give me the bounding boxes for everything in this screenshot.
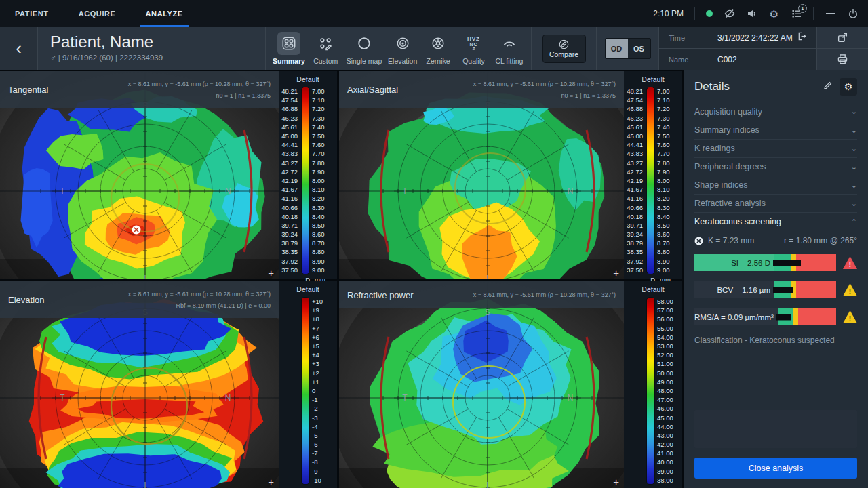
time-label: Time <box>669 34 717 42</box>
zernike-wheel-icon <box>427 32 450 55</box>
details-section-row[interactable]: Summary indices ⌄ <box>694 121 857 139</box>
panel-title: Tangential <box>8 85 48 95</box>
tool-zernike[interactable]: Zernike <box>423 32 453 65</box>
svg-text:I: I <box>486 481 488 488</box>
color-gradient-bar <box>646 87 655 274</box>
clock: 2:10 PM <box>653 9 684 18</box>
details-settings-icon[interactable]: ⚙ <box>840 78 857 96</box>
elevation-rings-icon <box>391 32 414 55</box>
chevron-down-icon: ⌄ <box>851 144 857 153</box>
svg-text:N: N <box>225 393 231 403</box>
tool-summary[interactable]: Summary <box>273 32 305 65</box>
svg-text:N: N <box>568 186 574 196</box>
color-gradient-bar <box>301 297 310 485</box>
expand-icon[interactable]: + <box>268 476 274 487</box>
refraction-indices: n0 = 1 | n1 = 1.3375 <box>561 92 616 99</box>
notes-box[interactable] <box>694 410 857 448</box>
tab-acquire[interactable]: ACQUIRE <box>64 0 131 27</box>
details-title: Details <box>694 80 730 94</box>
best-fit-sphere: Rbf = 8.19 mm (41.21 D) | e = 0.00 <box>176 302 271 309</box>
os-toggle[interactable]: OS <box>628 39 650 58</box>
patient-meta: ♂ | 9/16/1962 (60) | 2222334939 <box>50 54 265 62</box>
edit-pencil-icon[interactable] <box>823 81 833 94</box>
details-section-keratoconus[interactable]: Keratoconus screening ⌃ <box>694 212 857 230</box>
od-toggle[interactable]: OD <box>606 39 628 58</box>
tool-single-map[interactable]: Single map <box>347 32 382 65</box>
svg-text:T: T <box>60 186 65 196</box>
header-bar: ‹ Patient, Name ♂ | 9/16/1962 (60) | 222… <box>0 27 868 70</box>
scale-preset-label[interactable]: Default <box>624 75 682 85</box>
keratoconus-content: K = 7.23 mm r = 1.80 mm @ 265° SI = 2.56… <box>694 230 857 345</box>
warning-triangle-icon: ! <box>843 310 857 323</box>
details-section-row[interactable]: K readings ⌄ <box>694 139 857 157</box>
power-icon[interactable] <box>847 8 859 20</box>
minimize-icon[interactable] <box>825 8 836 20</box>
scale-preset-label[interactable]: Default <box>279 285 337 295</box>
details-section-row[interactable]: Shape indices ⌄ <box>694 176 857 194</box>
compare-button[interactable]: Compare <box>542 35 586 63</box>
panel-title: Axial/Sagittal <box>347 85 398 95</box>
details-section-row[interactable]: Refractive analysis ⌄ <box>694 194 857 212</box>
panel-elevation: SITN Elevation x = 8.61 mm, y = -5.61 mm… <box>0 281 337 488</box>
tab-analyze[interactable]: ANALYZE <box>131 0 198 27</box>
details-panel: Details ⚙ Acquisition quality ⌄ Summary … <box>684 70 868 488</box>
kc-indicator-label: SI = 2.56 D <box>694 254 774 271</box>
refractive-power-map[interactable]: SITN <box>339 281 624 488</box>
chevron-down-icon: ⌄ <box>851 163 857 171</box>
eye-off-icon[interactable] <box>724 8 735 20</box>
tool-custom[interactable]: Custom <box>311 32 340 65</box>
panel-title: Refractive power <box>347 290 414 300</box>
open-external-icon[interactable] <box>817 27 868 48</box>
panel-tangential: SITN Tangential x = 8.61 mm, y = -5.61 m… <box>0 71 337 279</box>
apex-marker-icon <box>694 237 703 245</box>
custom-maps-icon <box>314 32 337 55</box>
print-icon[interactable] <box>817 48 868 70</box>
quality-eye-chart-icon: HVZ NC Z <box>462 32 486 55</box>
task-list-icon[interactable]: 1 <box>791 8 802 20</box>
export-exam-icon[interactable] <box>797 31 807 44</box>
exam-name: C002 <box>717 55 807 64</box>
tab-patient[interactable]: PATIENT <box>0 0 64 27</box>
color-scale: Default 58.0057.0056.0055.0054.0053.0052… <box>624 281 682 488</box>
tool-elevation[interactable]: Elevation <box>388 32 418 65</box>
svg-text:T: T <box>402 186 408 196</box>
settings-gear-icon[interactable]: ⚙ <box>768 8 780 20</box>
svg-text:S: S <box>485 308 490 317</box>
scale-preset-label[interactable]: Default <box>279 75 337 85</box>
close-analysis-button[interactable]: Close analysis <box>694 458 857 479</box>
map-grid: SITN Tangential x = 8.61 mm, y = -5.61 m… <box>0 70 682 488</box>
details-section-row[interactable]: Acquisition quality ⌄ <box>694 102 857 121</box>
notification-badge: 1 <box>798 4 807 13</box>
svg-text:I: I <box>144 274 146 279</box>
scale-preset-label[interactable]: Default <box>624 285 682 295</box>
svg-text:N: N <box>568 393 574 403</box>
name-label: Name <box>669 56 717 64</box>
expand-icon[interactable]: + <box>613 267 619 279</box>
expand-icon[interactable]: + <box>268 267 274 279</box>
exam-timestamp: 3/1/2022 2:42:22 AM <box>717 33 797 43</box>
svg-text:T: T <box>60 393 65 403</box>
contact-lens-icon <box>498 32 521 55</box>
expand-icon[interactable]: + <box>613 476 619 487</box>
cursor-coordinates: x = 8.61 mm, y = -5.61 mm (ρ = 10.28 mm,… <box>473 81 616 87</box>
svg-text:I: I <box>486 274 488 279</box>
cursor-coordinates: x = 8.61 mm, y = -5.61 mm (ρ = 10.28 mm,… <box>128 81 271 87</box>
svg-text:N: N <box>225 186 231 196</box>
color-scale: Default +10+9+8+7+6+5+4+3+2+10-1-2-3-4-5… <box>279 281 337 488</box>
tool-quality[interactable]: HVZ NC Z Quality <box>459 32 489 65</box>
tool-cl-fitting[interactable]: CL fitting <box>494 32 524 65</box>
kc-indicator-label: BCV = 1.16 µm <box>694 281 774 298</box>
single-map-circle-icon <box>353 32 376 55</box>
cursor-coordinates: x = 8.61 mm, y = -5.61 mm (ρ = 10.28 mm,… <box>128 291 271 298</box>
eye-toggle: OD OS <box>605 38 651 59</box>
divider <box>813 7 814 20</box>
status-indicator-icon <box>706 10 713 17</box>
patient-info: Patient, Name ♂ | 9/16/1962 (60) | 22223… <box>38 27 266 70</box>
classification-text: Classification - Keratoconus suspected <box>694 336 857 345</box>
main-tabs: PATIENT ACQUIRE ANALYZE <box>0 0 198 27</box>
back-button[interactable]: ‹ <box>0 27 38 70</box>
summary-grid-icon <box>277 32 300 55</box>
details-section-row[interactable]: Peripheral degrees ⌄ <box>694 157 857 176</box>
volume-icon[interactable] <box>746 8 757 20</box>
svg-text:T: T <box>402 393 408 403</box>
